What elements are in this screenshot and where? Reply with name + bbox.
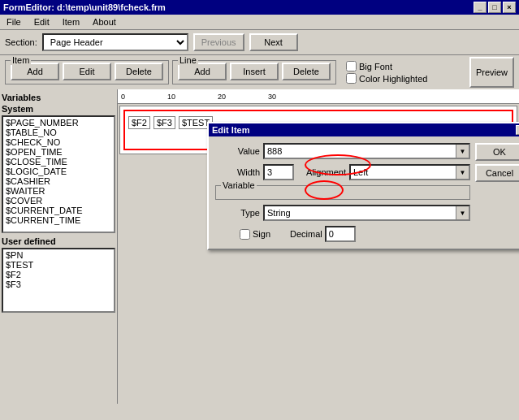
alignment-input[interactable] (351, 167, 456, 178)
line-add-button[interactable]: Add (178, 63, 227, 80)
title-bar-text: FormEditor: d:\temp\unit89\fcheck.frm (3, 2, 166, 12)
value-combo[interactable]: ▼ (263, 143, 470, 159)
dialog-title-bar: Edit Item × (209, 123, 519, 136)
toolbar: Section: Page Header Page Footer Body Pr… (0, 30, 519, 55)
title-bar-buttons: _ □ × (474, 2, 516, 13)
content-area: 0 10 20 30 $F2 $F3 $TEST (118, 89, 519, 404)
item-edit-button[interactable]: Edit (63, 63, 111, 80)
main-area: Variables System $PAGE_NUMBER $TABLE_NO … (0, 89, 519, 404)
decimal-label: Decimal (290, 229, 322, 239)
variables-label: Variables (2, 93, 115, 102)
dialog-title: Edit Item (212, 125, 249, 135)
list-item[interactable]: $LOGIC_DATE (4, 167, 113, 176)
sidebar: Variables System $PAGE_NUMBER $TABLE_NO … (0, 89, 118, 404)
list-item[interactable]: $COVER (4, 196, 113, 206)
title-bar: FormEditor: d:\temp\unit89\fcheck.frm _ … (0, 0, 519, 15)
width-label: Width (215, 167, 260, 177)
color-highlighted-label: Color Highlighted (359, 74, 427, 84)
item-group-label: Item (11, 55, 31, 65)
next-button[interactable]: Next (249, 33, 298, 51)
previous-button[interactable]: Previous (193, 33, 244, 51)
sign-checkbox[interactable] (240, 229, 250, 240)
list-item[interactable]: $CASHIER (4, 176, 113, 186)
decimal-input[interactable] (325, 226, 356, 242)
user-variables-list[interactable]: $PN $TEST $F2 $F3 (2, 248, 115, 313)
list-item[interactable]: $OPEN_TIME (4, 147, 113, 157)
list-item[interactable]: $F2 (4, 270, 113, 279)
list-item[interactable]: $CURRENT_TIME (4, 215, 113, 225)
line-delete-button[interactable]: Delete (282, 63, 331, 80)
maximize-button[interactable]: □ (488, 2, 501, 13)
menu-item[interactable]: Item (59, 16, 83, 28)
section-label: Section: (5, 37, 37, 47)
sign-label: Sign (253, 229, 270, 239)
list-item[interactable]: $PAGE_NUMBER (4, 118, 113, 128)
color-highlighted-checkbox[interactable] (346, 73, 357, 84)
edit-item-dialog: Edit Item × Value ▼ (207, 122, 519, 250)
item-add-button[interactable]: Add (11, 63, 59, 80)
user-defined-label: User defined (2, 236, 115, 246)
list-item[interactable]: $WAITER (4, 186, 113, 196)
type-input[interactable] (265, 207, 456, 219)
line-group: Line Add Insert Delete (172, 60, 336, 84)
cancel-button[interactable]: Cancel (475, 164, 519, 182)
section-select[interactable]: Page Header Page Footer Body (42, 33, 188, 51)
width-input[interactable] (263, 164, 294, 180)
checkboxes: Big Font Color Highlighted (346, 61, 427, 84)
type-combo-arrow[interactable]: ▼ (456, 206, 469, 219)
list-item[interactable]: $CURRENT_DATE (4, 206, 113, 215)
dialog-overlay: Edit Item × Value ▼ (118, 89, 519, 404)
variable-group: Variable (215, 185, 470, 200)
variable-group-label: Variable (221, 180, 257, 190)
line-insert-button[interactable]: Insert (230, 63, 279, 80)
system-label: System (2, 104, 115, 114)
minimize-button[interactable]: _ (474, 2, 487, 13)
item-group: Item Add Edit Delete (5, 60, 169, 84)
type-combo[interactable]: ▼ (263, 205, 470, 221)
value-combo-arrow[interactable]: ▼ (456, 145, 469, 158)
alignment-combo-arrow[interactable]: ▼ (456, 166, 469, 179)
dialog-right: OK Cancel (475, 143, 519, 242)
item-delete-button[interactable]: Delete (115, 63, 163, 80)
list-item[interactable]: $F3 (4, 279, 113, 289)
close-button[interactable]: × (503, 2, 516, 13)
line-group-label: Line (178, 55, 198, 65)
window: FormEditor: d:\temp\unit89\fcheck.frm _ … (0, 0, 519, 404)
big-font-checkbox[interactable] (346, 61, 357, 71)
sign-decimal-row: Sign Decimal (215, 226, 470, 242)
menu-edit[interactable]: Edit (31, 16, 53, 28)
list-item[interactable]: $TABLE_NO (4, 128, 113, 137)
type-label: Type (215, 208, 260, 218)
menu-bar: File Edit Item About (0, 15, 519, 30)
list-item[interactable]: $PN (4, 250, 113, 260)
type-row: Type ▼ (215, 205, 470, 221)
list-item[interactable]: $CLOSE_TIME (4, 157, 113, 167)
item-line-row: Item Add Edit Delete Line Add Insert Del… (0, 55, 519, 89)
list-item[interactable]: $CHECK_NO (4, 137, 113, 147)
menu-about[interactable]: About (89, 16, 119, 28)
dialog-left: Value ▼ Width Alignment (215, 143, 470, 242)
dialog-close-button[interactable]: × (516, 125, 519, 135)
list-item[interactable]: $TEST (4, 260, 113, 270)
ok-button[interactable]: OK (475, 143, 519, 161)
value-input[interactable] (265, 145, 456, 157)
menu-file[interactable]: File (3, 16, 24, 28)
width-alignment-row: Width Alignment ▼ (215, 164, 470, 180)
system-variables-list[interactable]: $PAGE_NUMBER $TABLE_NO $CHECK_NO $OPEN_T… (2, 115, 115, 233)
alignment-combo[interactable]: ▼ (349, 164, 470, 180)
big-font-label: Big Font (359, 62, 392, 71)
alignment-label: Alignment (297, 167, 346, 177)
value-label: Value (215, 146, 260, 156)
preview-button[interactable]: Preview (469, 57, 514, 88)
dialog-body: Value ▼ Width Alignment (209, 136, 519, 249)
value-row: Value ▼ (215, 143, 470, 159)
